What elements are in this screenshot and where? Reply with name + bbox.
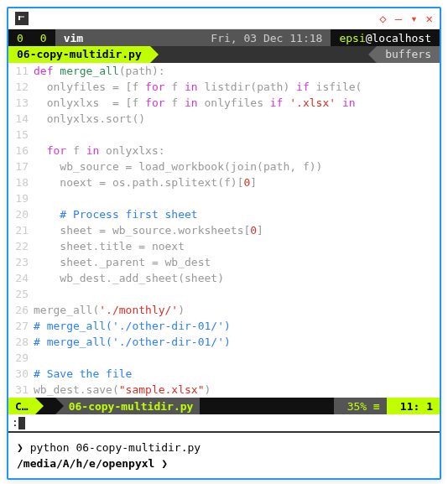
vim-cmdline[interactable]: : <box>8 414 440 431</box>
app-icon <box>15 12 29 25</box>
line-number: 18 <box>8 174 34 190</box>
code-line: 19 <box>8 190 440 206</box>
line-number: 30 <box>8 366 34 382</box>
shell-line: ❯ python 06-copy-multidir.py <box>17 440 431 455</box>
code-content: # merge_all('./other-dir-01/') <box>34 334 231 350</box>
close-icon[interactable]: ✕ <box>426 13 433 24</box>
code-content: # merge_all('./other-dir-01/') <box>34 318 231 334</box>
code-line: 31wb_dest.save("sample.xlsx") <box>8 382 440 398</box>
line-number: 19 <box>8 190 34 206</box>
pin-icon[interactable]: ◇ <box>379 13 386 24</box>
code-line: 20 # Process first sheet <box>8 206 440 222</box>
tmux-window: 0 <box>32 29 55 46</box>
code-line: 13 onlyxlxs = [f for f in onlyfiles if '… <box>8 95 440 111</box>
line-number: 15 <box>8 127 34 143</box>
tmux-session: 0 <box>8 29 32 46</box>
code-content: wb_source = load_workbook(join(path, f)) <box>34 159 322 174</box>
code-content: noext = os.path.splitext(f)[0] <box>34 174 257 190</box>
shell-pane[interactable]: ❯ python 06-copy-multidir.py /media/A/h/… <box>8 433 440 478</box>
line-number: 26 <box>8 302 34 318</box>
tmux-app: vim <box>55 29 91 46</box>
code-content: sheet = wb_source.worksheets[0] <box>34 222 263 238</box>
line-number: 11 <box>8 63 34 79</box>
line-number: 28 <box>8 334 34 350</box>
minimize-icon[interactable]: — <box>395 13 402 24</box>
status-mid <box>200 398 333 414</box>
tab-buffers[interactable]: buffers <box>377 46 440 63</box>
line-number: 16 <box>8 143 34 159</box>
code-line: 30# Save the file <box>8 366 440 382</box>
line-number: 22 <box>8 238 34 254</box>
line-number: 25 <box>8 286 34 302</box>
code-line: 17 wb_source = load_workbook(join(path, … <box>8 159 440 174</box>
maximize-icon[interactable]: ▾ <box>410 13 417 24</box>
code-content: wb_dest.save("sample.xlsx") <box>34 382 211 398</box>
code-content: wb_dest._add_sheet(sheet) <box>34 270 224 286</box>
code-content: for f in onlyxlxs: <box>34 143 165 159</box>
terminal-window: ◇ — ▾ ✕ 0 0 vim Fri, 03 Dec 11:18 epsi@l… <box>7 7 441 480</box>
code-line: 29 <box>8 350 440 366</box>
code-line: 27# merge_all('./other-dir-01/') <box>8 318 440 334</box>
code-content: def merge_all(path): <box>34 63 165 79</box>
code-line: 26merge_all('./monthly/') <box>8 302 440 318</box>
code-content: sheet._parent = wb_dest <box>34 254 211 270</box>
code-content: # Process first sheet <box>34 206 198 222</box>
code-line: 15 <box>8 127 440 143</box>
code-line: 14 onlyxlxs.sort() <box>8 111 440 127</box>
code-content: onlyxlxs.sort() <box>34 111 145 127</box>
code-content: merge_all('./monthly/') <box>34 302 185 318</box>
status-percent: 35% ≡ <box>334 398 387 414</box>
code-line: 25 <box>8 286 440 302</box>
line-number: 24 <box>8 270 34 286</box>
window-controls: ◇ — ▾ ✕ <box>379 13 433 24</box>
status-mode: C… <box>8 398 35 414</box>
code-line: 21 sheet = wb_source.worksheets[0] <box>8 222 440 238</box>
line-number: 29 <box>8 350 34 366</box>
tmux-user-host: epsi@localhost <box>331 29 440 46</box>
line-number: 20 <box>8 206 34 222</box>
code-line: 28# merge_all('./other-dir-01/') <box>8 334 440 350</box>
status-position: 11: 1 <box>387 398 440 414</box>
line-number: 14 <box>8 111 34 127</box>
code-line: 12 onlyfiles = [f for f in listdir(path)… <box>8 79 440 95</box>
code-line: 16 for f in onlyxlxs: <box>8 143 440 159</box>
vim-tabbar: 06-copy-multidir.py buffers <box>8 46 440 63</box>
code-line: 11def merge_all(path): <box>8 63 440 79</box>
line-number: 31 <box>8 382 34 398</box>
tab-active[interactable]: 06-copy-multidir.py <box>8 46 150 63</box>
titlebar: ◇ — ▾ ✕ <box>8 8 440 29</box>
shell-prompt: /media/A/h/e/openpyxl ❯ <box>17 455 431 471</box>
editor-area[interactable]: 11def merge_all(path):12 onlyfiles = [f … <box>8 63 440 398</box>
line-number: 27 <box>8 318 34 334</box>
cursor <box>18 417 25 429</box>
code-content: onlyfiles = [f for f in listdir(path) if… <box>34 79 362 95</box>
code-line: 23 sheet._parent = wb_dest <box>8 254 440 270</box>
code-line: 18 noext = os.path.splitext(f)[0] <box>8 174 440 190</box>
line-number: 21 <box>8 222 34 238</box>
code-content: sheet.title = noext <box>34 238 185 254</box>
tmux-date: Fri, 03 Dec 11:18 <box>202 29 331 46</box>
tmux-statusbar: 0 0 vim Fri, 03 Dec 11:18 epsi@localhost <box>8 29 440 46</box>
line-number: 12 <box>8 79 34 95</box>
code-line: 24 wb_dest._add_sheet(sheet) <box>8 270 440 286</box>
line-number: 13 <box>8 95 34 111</box>
code-content: # Save the file <box>34 366 132 382</box>
status-file: 06-copy-multidir.py <box>55 398 201 414</box>
line-number: 17 <box>8 159 34 174</box>
vim-statusbar: C… 06-copy-multidir.py 35% ≡ 11: 1 <box>8 398 440 414</box>
code-content: onlyxlxs = [f for f in onlyfiles if '.xl… <box>34 95 356 111</box>
line-number: 23 <box>8 254 34 270</box>
code-line: 22 sheet.title = noext <box>8 238 440 254</box>
